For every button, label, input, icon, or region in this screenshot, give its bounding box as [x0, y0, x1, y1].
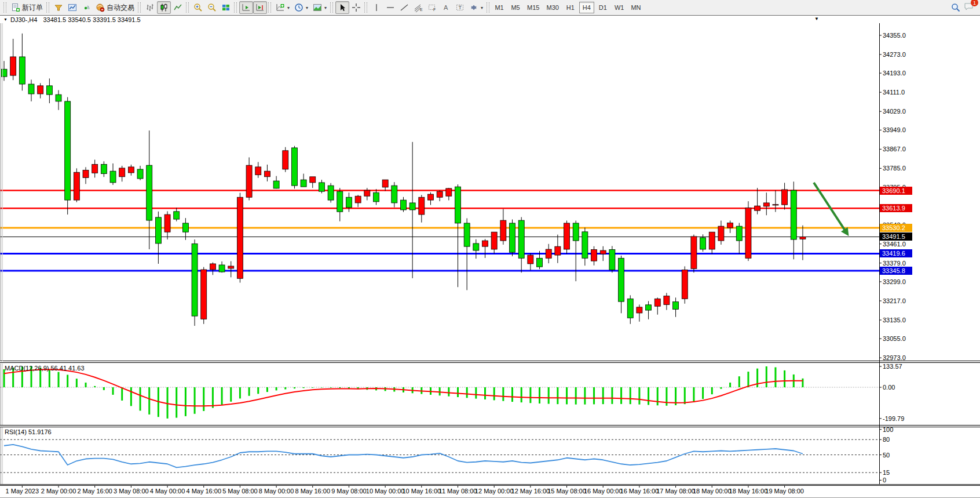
time-axis-label: 16 May 00:00 [584, 488, 623, 495]
candle-body [709, 232, 715, 249]
toolbar-grip[interactable] [186, 2, 189, 13]
candle-body [473, 243, 479, 250]
auto-trading-button[interactable]: 自动交易 [93, 1, 137, 14]
crosshair-button[interactable] [349, 1, 363, 14]
candle-body [319, 183, 324, 191]
chart-title-bar: ▼ DJ30-,H4 33481.5 33540.5 33391.5 33491… [0, 16, 980, 23]
channel-tool-button[interactable]: F [425, 1, 439, 14]
timeframe-button-w1[interactable]: W1 [612, 2, 627, 13]
search-icon[interactable] [951, 3, 960, 12]
indicators-button[interactable]: ▾ [273, 1, 292, 14]
new-order-button[interactable]: 新订单 [9, 1, 45, 14]
shapes-tool-button[interactable]: ▾ [467, 1, 485, 14]
time-axis-label: 8 May 00:00 [259, 488, 294, 495]
template-icon [313, 3, 322, 12]
periods-button[interactable]: ▾ [292, 1, 310, 14]
main-panel-grip[interactable] [1, 16, 3, 361]
candle-body [564, 223, 570, 249]
price-level-badge: 33345.8 [880, 267, 912, 275]
rsi-label: RSI(14) 51.9176 [5, 428, 52, 435]
candle-body [128, 167, 134, 173]
toolbar-grip[interactable] [268, 2, 271, 13]
candle-body [364, 190, 370, 196]
candle-body [528, 255, 533, 264]
timeframe-button-mn[interactable]: MN [628, 2, 643, 13]
candle-body [573, 223, 579, 241]
candle-body [654, 299, 660, 306]
auto-scroll-button[interactable] [239, 1, 253, 14]
svg-text:F: F [433, 8, 436, 12]
line-chart-mode-button[interactable] [171, 1, 185, 14]
candle-body [255, 167, 261, 175]
zoom-in-button[interactable] [191, 1, 205, 14]
candle-body [119, 168, 125, 177]
toolbar-grip[interactable] [46, 2, 49, 13]
time-axis-label: 15 May 08:00 [547, 488, 586, 495]
cursor-button[interactable] [335, 1, 349, 14]
bar-chart-mode-button[interactable] [143, 1, 157, 14]
candle-body [455, 187, 461, 223]
price-tick-label: 33135.0 [883, 317, 906, 323]
notifications-button[interactable]: 1 [964, 2, 974, 13]
toolbar-grip[interactable] [138, 2, 141, 13]
fibonacci-icon: E [414, 3, 423, 12]
candle-body [10, 57, 16, 75]
candle-body [609, 249, 615, 270]
candle-body [582, 232, 588, 258]
mt4-window: 新订单 自动交易 [0, 0, 980, 498]
candle-body [682, 270, 688, 299]
timeframe-button-m1[interactable]: M1 [492, 2, 507, 13]
price-tick-label: 33785.0 [883, 165, 906, 172]
line-chart-icon [173, 3, 182, 12]
signals-button[interactable] [79, 1, 93, 14]
label-tool-button[interactable]: T [453, 1, 467, 14]
time-axis-label: 9 May 08:00 [331, 488, 367, 495]
toolbar-grip[interactable] [3, 2, 6, 13]
text-tool-button[interactable]: A [439, 1, 453, 14]
price-tick-label: 33379.0 [883, 260, 906, 267]
templates-button[interactable]: ▾ [310, 1, 329, 14]
toolbar-grip[interactable] [487, 2, 489, 13]
candle-body [409, 203, 415, 210]
candle-body [291, 148, 297, 186]
macd-panel-grip[interactable] [1, 363, 3, 425]
candle-body [174, 212, 180, 219]
chart-window-icon [68, 3, 77, 12]
chart-shift-button[interactable] [253, 1, 267, 14]
label-icon: T [455, 3, 465, 12]
candlestick-mode-button[interactable] [157, 1, 171, 14]
candle-body [83, 170, 89, 178]
time-axis-label: 18 May 00:00 [693, 488, 732, 495]
candle-body [419, 197, 425, 215]
candle-body [264, 171, 270, 177]
fibonacci-tool-button[interactable]: E [411, 1, 425, 14]
toolbar-grip[interactable] [364, 2, 367, 13]
chart-shift-marker[interactable]: ▼ [814, 16, 819, 21]
candle-body [537, 258, 543, 267]
price-tick-label: 33299.0 [883, 278, 906, 285]
macd-label: MACD(12,26,9) 56.41 41.63 [5, 365, 85, 372]
timeframe-button-d1[interactable]: D1 [595, 2, 610, 13]
rsi-line [4, 445, 803, 467]
vertical-line-tool-button[interactable] [370, 1, 383, 14]
candle-body [782, 190, 788, 205]
timeframe-button-m5[interactable]: M5 [508, 2, 523, 13]
market-depth-button[interactable] [52, 1, 65, 14]
toolbar-grip[interactable] [234, 2, 237, 13]
timeframe-button-m15[interactable]: M15 [524, 2, 542, 13]
timeframe-button-h1[interactable]: H1 [563, 2, 578, 13]
timeframe-button-m30[interactable]: M30 [543, 2, 561, 13]
tile-windows-button[interactable] [219, 1, 233, 14]
candle-body [691, 237, 697, 269]
price-level-badge: 33491.5 [880, 232, 912, 241]
timeframe-button-h4[interactable]: H4 [579, 2, 594, 13]
candle-body [637, 307, 642, 313]
rsi-panel-grip[interactable] [1, 427, 3, 484]
chart-plot-area[interactable] [0, 0, 980, 498]
toolbar-grip[interactable] [330, 2, 333, 13]
chart-menu-icon[interactable]: ▼ [3, 17, 8, 21]
trendline-tool-button[interactable] [397, 1, 411, 14]
zoom-out-button[interactable] [205, 1, 219, 14]
chart-window-button[interactable] [65, 1, 79, 14]
horizontal-line-tool-button[interactable] [383, 1, 397, 14]
